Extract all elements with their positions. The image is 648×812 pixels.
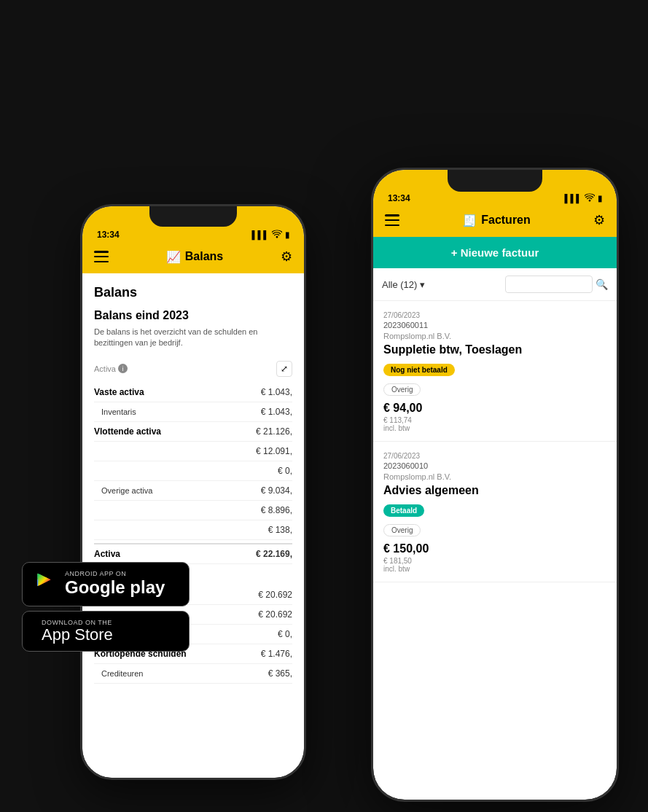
phone-back: 13:34 ▌▌▌ ▮ 📈 Balans ⚙ <box>80 204 306 780</box>
google-play-small-text: ANDROID APP ON <box>65 570 165 577</box>
wifi-icon-front <box>585 193 595 203</box>
google-play-text: ANDROID APP ON Google play <box>65 570 165 598</box>
new-invoice-button[interactable]: + Nieuwe factuur <box>373 237 617 268</box>
header-title-front: 🧾 Facturen <box>462 214 531 227</box>
google-play-icon <box>34 570 58 598</box>
table-row: Crediteuren € 365, <box>94 664 292 684</box>
invoice-card[interactable]: 27/06/2023 2023060011 Rompslomp.nl B.V. … <box>373 301 617 442</box>
filter-dropdown[interactable]: Alle (12) ▾ <box>382 279 425 290</box>
invoice-icon-front: 🧾 <box>462 214 477 227</box>
invoice-card[interactable]: 27/06/2023 2023060010 Rompslomp.nl B.V. … <box>373 442 617 582</box>
svg-marker-0 <box>38 573 50 585</box>
chevron-down-icon: ▾ <box>420 279 425 290</box>
balance-year-title: Balans eind 2023 <box>94 309 292 322</box>
time-back: 13:34 <box>97 230 120 240</box>
status-badge: Nog niet betaald <box>383 364 455 376</box>
app-header-back: 📈 Balans ⚙ <box>82 243 304 273</box>
invoice-amount-incl: € 113,74 <box>383 416 606 424</box>
signal-icon-back: ▌▌▌ <box>252 230 269 239</box>
phone-back-shell: 13:34 ▌▌▌ ▮ 📈 Balans ⚙ <box>80 204 306 780</box>
table-row: Activa € 22.169, <box>94 543 292 564</box>
activa-info-icon: i <box>118 364 128 373</box>
balance-desc: De balans is het overzicht van de schuld… <box>94 327 292 349</box>
type-badge: Overig <box>383 383 421 396</box>
invoice-btw-label: incl. btw <box>383 424 606 432</box>
invoice-amount-incl: € 181,50 <box>383 557 606 565</box>
store-badges: ANDROID APP ON Google play Download on t… <box>22 562 190 652</box>
wifi-icon-back <box>272 230 282 240</box>
battery-icon-back: ▮ <box>285 230 289 240</box>
app-store-large-text: App Store <box>42 626 113 644</box>
invoice-title: Advies algemeen <box>383 484 606 497</box>
hamburger-menu-back[interactable] <box>94 251 109 262</box>
phone-back-notch <box>149 206 237 227</box>
invoice-list: 27/06/2023 2023060011 Rompslomp.nl B.V. … <box>373 301 617 582</box>
table-row: Inventaris € 1.043, <box>94 402 292 422</box>
hamburger-menu-front[interactable] <box>385 214 399 226</box>
invoice-date: 27/06/2023 <box>383 311 606 319</box>
type-badge: Overig <box>383 524 421 536</box>
status-badge: Betaald <box>383 504 424 517</box>
invoice-amount: € 150,00 <box>383 542 606 555</box>
phone-front-screen: 13:34 ▌▌▌ ▮ 🧾 Facturen ⚙ <box>373 170 617 800</box>
invoice-btw-label: incl. btw <box>383 565 606 573</box>
phone-front: 13:34 ▌▌▌ ▮ 🧾 Facturen ⚙ <box>371 168 619 802</box>
table-row: Overige activa € 9.034, <box>94 481 292 501</box>
status-icons-back: ▌▌▌ ▮ <box>252 230 289 240</box>
invoice-company: Rompslomp.nl B.V. <box>383 332 606 340</box>
invoice-number: 2023060010 <box>383 461 606 470</box>
gear-icon-front[interactable]: ⚙ <box>593 212 605 228</box>
battery-icon-front: ▮ <box>598 194 602 203</box>
header-title-back: 📈 Balans <box>166 250 223 264</box>
table-row: € 138, <box>94 520 292 540</box>
balans-content: Balans Balans eind 2023 De balans is het… <box>82 273 304 778</box>
invoice-number: 2023060011 <box>383 321 606 329</box>
app-header-front: 🧾 Facturen ⚙ <box>373 206 617 237</box>
invoice-title: Suppletie btw, Toeslagen <box>383 343 606 356</box>
invoice-company: Rompslomp.nl B.V. <box>383 472 606 481</box>
table-row: € 8.896, <box>94 501 292 520</box>
activa-header: Activa i ⤢ <box>94 361 292 377</box>
expand-button[interactable]: ⤢ <box>276 361 292 377</box>
invoice-date: 27/06/2023 <box>383 452 606 460</box>
invoice-amount: € 94,00 <box>383 402 606 415</box>
google-play-badge[interactable]: ANDROID APP ON Google play <box>22 562 190 606</box>
gear-icon-back[interactable]: ⚙ <box>281 249 292 265</box>
table-row: Vaste activa € 1.043, <box>94 383 292 402</box>
balans-page-title: Balans <box>94 285 292 300</box>
status-icons-front: ▌▌▌ ▮ <box>565 193 602 203</box>
app-store-text: Download on the App Store <box>42 619 113 644</box>
time-front: 13:34 <box>388 193 410 203</box>
app-store-badge[interactable]: Download on the App Store <box>22 611 190 652</box>
search-area: 🔍 <box>505 276 608 293</box>
filter-bar: Alle (12) ▾ 🔍 <box>373 268 617 301</box>
signal-icon-front: ▌▌▌ <box>565 194 582 203</box>
activa-label: Activa i <box>94 364 128 373</box>
table-row: € 12.091, <box>94 442 292 461</box>
phone-front-notch <box>448 170 542 192</box>
table-row: € 0, <box>94 461 292 481</box>
search-input[interactable] <box>505 276 593 293</box>
filter-label: Alle (12) <box>382 279 417 290</box>
google-play-large-text: Google play <box>65 577 165 598</box>
chart-icon-back: 📈 <box>166 250 181 264</box>
search-icon[interactable]: 🔍 <box>596 278 608 290</box>
phone-front-shell: 13:34 ▌▌▌ ▮ 🧾 Facturen ⚙ <box>371 168 619 802</box>
phone-back-screen: 13:34 ▌▌▌ ▮ 📈 Balans ⚙ <box>82 206 304 778</box>
table-row: Vlottende activa € 21.126, <box>94 422 292 442</box>
